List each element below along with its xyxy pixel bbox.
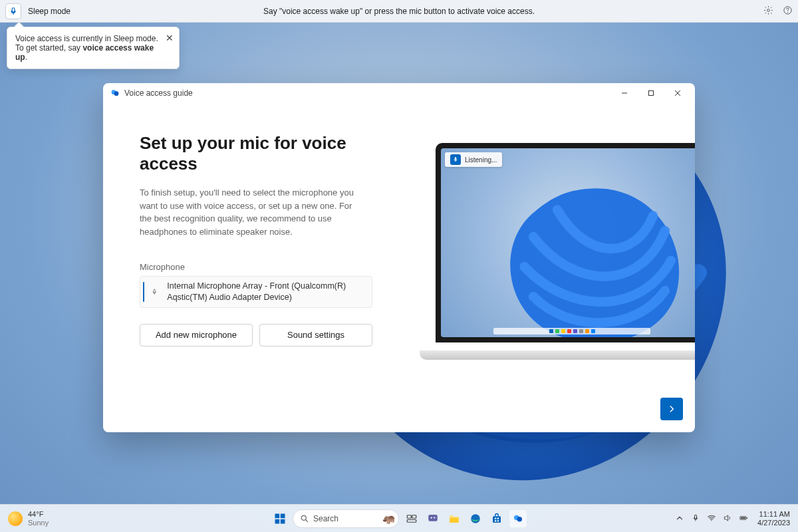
sleep-mode-tooltip: ✕ Voice access is currently in Sleep mod… bbox=[7, 27, 180, 69]
topbar-hint: Say "voice access wake up" or press the … bbox=[0, 7, 798, 16]
illustration-mic-icon bbox=[450, 154, 461, 165]
speaker-icon bbox=[723, 513, 732, 523]
taskbar-app-edge[interactable] bbox=[467, 510, 484, 527]
voice-access-guide-window: Voice access guide Set up your mic for v… bbox=[103, 83, 695, 432]
svg-point-20 bbox=[434, 517, 435, 518]
svg-rect-22 bbox=[493, 516, 501, 523]
svg-point-4 bbox=[114, 91, 119, 96]
window-minimize-button[interactable] bbox=[611, 84, 638, 102]
wifi-icon bbox=[707, 513, 716, 523]
microphone-label: Microphone bbox=[140, 262, 374, 272]
start-button[interactable] bbox=[271, 510, 289, 527]
taskbar-app-store[interactable] bbox=[488, 510, 505, 527]
svg-rect-6 bbox=[649, 91, 654, 96]
tray-microphone[interactable] bbox=[691, 513, 700, 524]
svg-rect-26 bbox=[497, 520, 499, 521]
taskbar-app-chat[interactable] bbox=[424, 510, 442, 527]
illustration: Listening... bbox=[409, 136, 695, 356]
svg-rect-17 bbox=[407, 519, 416, 522]
selected-accent bbox=[143, 282, 144, 302]
microphone-icon bbox=[151, 289, 158, 295]
window-titlebar[interactable]: Voice access guide bbox=[103, 83, 695, 103]
svg-rect-18 bbox=[428, 515, 438, 521]
taskbar-app-voice-access[interactable] bbox=[509, 510, 527, 527]
svg-rect-15 bbox=[407, 515, 411, 518]
window-maximize-button[interactable] bbox=[638, 84, 664, 102]
microphone-icon bbox=[691, 513, 700, 523]
temperature: 44°F bbox=[28, 510, 49, 518]
maximize-icon bbox=[648, 90, 654, 96]
minimize-icon bbox=[621, 90, 628, 96]
chevron-right-icon bbox=[667, 404, 676, 414]
add-microphone-button[interactable]: Add new microphone bbox=[140, 324, 253, 346]
taskbar-app-explorer[interactable] bbox=[446, 510, 463, 527]
task-view-icon bbox=[406, 513, 418, 525]
sun-icon bbox=[8, 511, 23, 526]
svg-rect-12 bbox=[281, 519, 285, 523]
sound-settings-button[interactable]: Sound settings bbox=[259, 324, 372, 346]
window-close-button[interactable] bbox=[664, 84, 691, 102]
store-icon bbox=[491, 513, 503, 525]
svg-point-28 bbox=[517, 517, 523, 522]
tray-wifi[interactable] bbox=[707, 513, 716, 524]
clock-date: 4/27/2023 bbox=[757, 519, 790, 527]
svg-rect-10 bbox=[281, 513, 285, 518]
svg-line-14 bbox=[306, 519, 308, 521]
windows-icon bbox=[273, 512, 287, 525]
voice-access-topbar: Sleep mode Say "voice access wake up" or… bbox=[0, 0, 798, 23]
tray-overflow-button[interactable] bbox=[675, 513, 684, 524]
tooltip-close-button[interactable]: ✕ bbox=[166, 33, 174, 43]
taskbar-search[interactable]: Search 🦛 bbox=[293, 509, 399, 528]
svg-rect-16 bbox=[412, 515, 416, 518]
microphone-name: Internal Microphone Array - Front (Qualc… bbox=[167, 281, 365, 303]
chevron-up-icon bbox=[675, 513, 684, 523]
weather-condition: Sunny bbox=[28, 519, 49, 527]
svg-rect-9 bbox=[275, 513, 280, 518]
folder-icon bbox=[448, 513, 460, 525]
svg-rect-11 bbox=[275, 519, 280, 523]
svg-point-29 bbox=[711, 519, 712, 521]
battery-icon bbox=[739, 513, 748, 523]
tray-battery[interactable] bbox=[739, 513, 748, 524]
svg-point-13 bbox=[301, 515, 306, 520]
svg-rect-24 bbox=[497, 517, 499, 519]
taskbar: 44°F Sunny Search 🦛 bbox=[0, 504, 798, 532]
tooltip-tail: . bbox=[25, 53, 27, 62]
microphone-option[interactable]: Internal Microphone Array - Front (Qualc… bbox=[140, 276, 372, 308]
search-mascot-icon: 🦛 bbox=[382, 512, 396, 525]
svg-rect-23 bbox=[495, 517, 496, 519]
task-view-button[interactable] bbox=[403, 510, 420, 527]
page-heading: Set up your mic for voice access bbox=[140, 133, 374, 174]
page-body-text: To finish setup, you'll need to select t… bbox=[140, 186, 366, 238]
window-title: Voice access guide bbox=[124, 88, 193, 98]
app-icon bbox=[110, 88, 120, 98]
search-placeholder: Search bbox=[313, 514, 338, 523]
next-button[interactable] bbox=[660, 398, 683, 420]
weather-widget[interactable]: 44°F Sunny bbox=[8, 510, 49, 526]
svg-rect-31 bbox=[747, 517, 747, 518]
svg-rect-32 bbox=[741, 517, 745, 518]
svg-rect-25 bbox=[495, 520, 496, 521]
taskbar-clock[interactable]: 11:11 AM 4/27/2023 bbox=[757, 510, 790, 527]
edge-icon bbox=[469, 513, 481, 525]
svg-point-21 bbox=[471, 514, 480, 523]
clock-time: 11:11 AM bbox=[759, 510, 790, 519]
voice-access-icon bbox=[512, 513, 524, 525]
svg-point-19 bbox=[431, 517, 432, 518]
tray-volume[interactable] bbox=[723, 513, 732, 524]
chat-icon bbox=[427, 513, 439, 525]
search-icon bbox=[300, 514, 309, 523]
close-icon bbox=[674, 90, 681, 96]
